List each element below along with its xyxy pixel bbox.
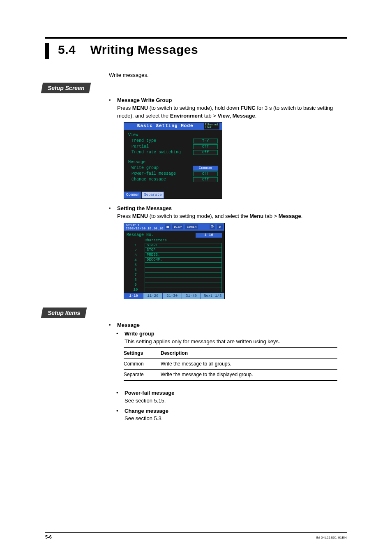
ss2-row-field[interactable]: PRESS.: [145, 253, 222, 258]
tbl-common-desc: Write the message to all groups.: [161, 359, 337, 370]
ss1-softkey-separate[interactable]: Separate: [142, 192, 164, 199]
ss2-row-field[interactable]: [145, 268, 222, 273]
ss2-row-number: 8: [127, 278, 145, 282]
ss2-chars-header: Characters: [127, 238, 222, 243]
items-power-fail-note: See section 5.15.: [125, 397, 347, 405]
ss1-power-fail: Power-fail message: [128, 171, 193, 177]
ss2-row-number: 10: [127, 287, 145, 292]
ss1-view-label: View: [128, 132, 218, 139]
ss2-tab-31-40[interactable]: 31-40: [182, 293, 201, 299]
ss2-row-field[interactable]: [145, 287, 222, 292]
screenshot-basic-setting-mode: Basic Setting Mode EthernetLink View Tre…: [124, 122, 222, 199]
toggle-icon[interactable]: ⇵: [217, 224, 223, 229]
ss2-row-field[interactable]: START: [145, 243, 222, 248]
settings-table: Settings Description Common Write the me…: [124, 347, 337, 381]
ss2-tab-11-20[interactable]: 11-20: [143, 293, 163, 299]
ss1-power-fail-value[interactable]: Off: [193, 171, 218, 176]
tbl-header-description: Description: [161, 348, 337, 359]
mwg-title: Message Write Group: [117, 97, 347, 104]
ss2-msg-no-label: Message No.: [127, 232, 196, 238]
tbl-header-settings: Settings: [124, 348, 161, 359]
section-setup-items: Setup Items: [48, 310, 80, 316]
ss1-message-label: Message: [128, 160, 218, 166]
items-change-msg: Change message: [125, 407, 347, 415]
screenshot-message-setting: GROUP 12005/10/10 10:10:10 ▦ DISP 50min …: [124, 223, 225, 299]
ss1-partial: Partial: [128, 144, 193, 150]
doc-id: IM 04L21B01-01EN: [316, 536, 347, 539]
items-write-group-note: This setting applies only for messages t…: [125, 338, 347, 346]
bullet-dot: •: [116, 330, 120, 346]
ss2-group: GROUP 12005/10/10 10:10:10: [126, 224, 163, 230]
ss1-change-msg-value[interactable]: Off: [193, 177, 218, 182]
ss1-trend-type: Trend type: [128, 138, 193, 144]
top-divider: [45, 37, 347, 39]
ss2-row-field[interactable]: DECOMP.: [145, 258, 222, 263]
ss2-tab-21-30[interactable]: 21-30: [163, 293, 182, 299]
ss2-row-number: 6: [127, 268, 145, 273]
page-number: 5-6: [45, 534, 52, 539]
ss2-row-number: 3: [127, 253, 145, 258]
ss1-trend-rate: Trend rate switching: [128, 150, 193, 156]
bullet-dot: •: [109, 97, 113, 205]
ss2-row-field[interactable]: [145, 282, 222, 287]
items-message: Message: [117, 321, 347, 329]
ss2-row-number: 4: [127, 258, 145, 263]
items-write-group: Write group: [125, 330, 347, 338]
ss2-row-field[interactable]: [145, 263, 222, 268]
ss2-row-field[interactable]: STOP: [145, 248, 222, 253]
ss2-disp-label[interactable]: DISP: [172, 224, 183, 229]
ss2-range[interactable]: 1-10: [196, 233, 222, 238]
heading-number: 5.4: [58, 43, 76, 56]
mwg-instruction: Press MENU (to switch to setting mode), …: [117, 104, 347, 120]
heading-side-bar: [45, 43, 49, 59]
ss2-tab-1-10[interactable]: 1-10: [124, 293, 143, 299]
ss1-title: Basic Setting Mode: [127, 123, 204, 130]
ss2-row-number: 2: [127, 248, 145, 253]
ss1-partial-value[interactable]: Off: [193, 144, 218, 149]
stm-title: Setting the Messages: [117, 205, 347, 213]
ss2-row-field[interactable]: [145, 273, 222, 278]
ss1-change-msg: Change message: [128, 177, 193, 183]
items-power-fail: Power-fail message: [125, 389, 347, 397]
ss2-row-number: 5: [127, 263, 145, 268]
ss2-row-number: 9: [127, 282, 145, 287]
ss1-trend-rate-value[interactable]: Off: [193, 150, 218, 155]
ss2-row-number: 7: [127, 273, 145, 278]
bullet-dot: •: [116, 407, 120, 423]
section-setup-screen: Setup Screen: [48, 85, 84, 91]
heading-title: Writing Messages: [90, 43, 198, 56]
disp-icon[interactable]: ▦: [165, 224, 171, 229]
bullet-dot: •: [109, 321, 113, 329]
tbl-common: Common: [124, 359, 161, 370]
ss2-row-field[interactable]: [145, 278, 222, 282]
bullet-dot: •: [116, 389, 120, 405]
ss2-rate[interactable]: 50min: [185, 224, 198, 229]
tbl-separate: Separate: [124, 370, 161, 381]
refresh-icon[interactable]: ⟳: [210, 224, 215, 229]
ss2-next-button[interactable]: Next 1/3: [201, 293, 224, 299]
ss1-softkey-common[interactable]: Common: [124, 192, 141, 199]
ss1-write-group: Write group: [128, 165, 193, 171]
intro-text: Write messages.: [109, 72, 347, 79]
ss1-write-group-value[interactable]: Common: [193, 166, 218, 171]
stm-instruction: Press MENU (to switch to setting mode), …: [117, 213, 347, 220]
ss1-trend-type-value[interactable]: T-Y: [193, 139, 218, 143]
tbl-separate-desc: Write the message to the displayed group…: [161, 370, 337, 381]
bullet-dot: •: [109, 205, 113, 305]
items-change-msg-note: See section 5.3.: [125, 415, 347, 423]
ss2-row-number: 1: [127, 243, 145, 248]
ss1-ethernet-badge: EthernetLink: [204, 123, 219, 130]
